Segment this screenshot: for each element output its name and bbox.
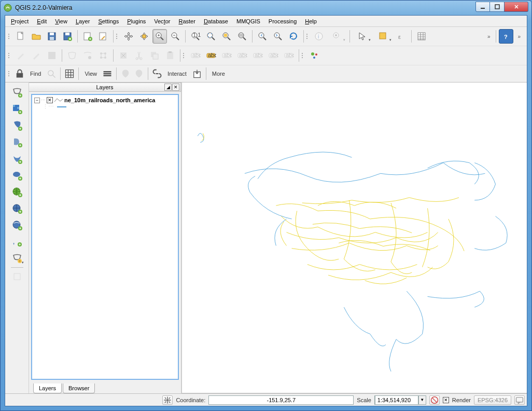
menu-processing[interactable]: Processing bbox=[265, 17, 300, 26]
layer-symbology-item[interactable]: ⋮⋯ bbox=[43, 103, 176, 110]
zoom-last-button[interactable] bbox=[255, 29, 270, 44]
move-feature-button[interactable] bbox=[80, 48, 95, 63]
zoom-in-button[interactable] bbox=[152, 29, 167, 44]
menu-raster[interactable]: Raster bbox=[175, 17, 199, 26]
refresh-button[interactable] bbox=[286, 29, 301, 44]
pan-button[interactable] bbox=[121, 29, 136, 44]
scale-combobox[interactable]: ▼ bbox=[374, 395, 426, 405]
render-checkbox[interactable]: ✕ bbox=[443, 397, 449, 403]
link-button[interactable] bbox=[151, 67, 163, 80]
save-project-button[interactable] bbox=[45, 29, 59, 44]
stop-rendering-button[interactable] bbox=[429, 395, 440, 405]
titlebar[interactable]: QGIS 2.2.0-Valmiera bbox=[1, 1, 531, 15]
more-label[interactable]: More bbox=[209, 71, 228, 77]
cut-features-button[interactable] bbox=[132, 48, 146, 63]
composer-manager-button[interactable] bbox=[96, 29, 110, 44]
minimize-button[interactable] bbox=[475, 2, 490, 12]
map-canvas[interactable] bbox=[181, 83, 527, 393]
zoom-out-button[interactable] bbox=[168, 29, 183, 44]
zoom-native-button[interactable]: 1:1 bbox=[188, 29, 203, 44]
label-move-button[interactable]: abc bbox=[266, 48, 281, 63]
toolbar-grip[interactable] bbox=[8, 30, 11, 43]
menu-view[interactable]: View bbox=[51, 17, 71, 26]
deselect-button[interactable] bbox=[373, 29, 393, 44]
interact-export-button[interactable] bbox=[191, 67, 203, 80]
tree-collapse-icon[interactable]: − bbox=[34, 98, 40, 103]
plugin-button[interactable] bbox=[307, 48, 321, 63]
toolbar-overflow-button[interactable]: » bbox=[484, 34, 494, 39]
menu-layer[interactable]: Layer bbox=[72, 17, 94, 26]
label-pin-button[interactable]: abc bbox=[235, 48, 249, 63]
menu-edit[interactable]: Edit bbox=[33, 17, 50, 26]
label-settings-button[interactable]: abc bbox=[204, 48, 218, 63]
save-edits-button[interactable] bbox=[45, 48, 59, 63]
label-highlight-button[interactable]: abc bbox=[219, 48, 234, 63]
identify-dropdown-button[interactable] bbox=[327, 29, 347, 44]
add-oracle-layer-button[interactable] bbox=[9, 168, 25, 183]
add-spatialite-layer-button[interactable] bbox=[9, 134, 25, 150]
pin-b-button[interactable] bbox=[133, 67, 145, 80]
expression-button[interactable]: ε bbox=[394, 29, 409, 44]
toolbar-grip[interactable] bbox=[306, 30, 310, 43]
menu-vector[interactable]: Vector bbox=[150, 17, 174, 26]
label-rotate-button[interactable]: abc bbox=[282, 48, 296, 63]
toolbar-grip[interactable] bbox=[116, 30, 119, 43]
copy-features-button[interactable] bbox=[147, 48, 162, 63]
zoom-to-selection-button[interactable] bbox=[219, 29, 234, 44]
open-attr-table-button[interactable] bbox=[414, 29, 429, 44]
toggle-editing-button[interactable] bbox=[29, 48, 44, 63]
open-project-button[interactable] bbox=[29, 29, 44, 44]
new-project-button[interactable] bbox=[13, 29, 28, 44]
layer-name[interactable]: ne_10m_railroads_north_america bbox=[64, 97, 155, 103]
current-edits-button[interactable] bbox=[13, 48, 28, 63]
menu-project[interactable]: Project bbox=[7, 17, 32, 26]
panel-undock-button[interactable]: ◢ bbox=[164, 84, 172, 91]
remove-layer-button[interactable] bbox=[9, 269, 25, 284]
zoom-next-button[interactable] bbox=[271, 29, 285, 44]
tab-browser[interactable]: Browser bbox=[63, 383, 95, 393]
toolbar-grip[interactable] bbox=[302, 49, 305, 62]
pan-to-selection-button[interactable] bbox=[137, 29, 151, 44]
toolbar-grip[interactable] bbox=[8, 67, 11, 80]
menu-settings[interactable]: Settings bbox=[94, 17, 122, 26]
add-wfs-layer-button[interactable] bbox=[9, 217, 25, 233]
menu-database[interactable]: Database bbox=[200, 17, 232, 26]
find-search-button[interactable] bbox=[45, 67, 58, 80]
add-feature-button[interactable] bbox=[65, 48, 79, 63]
new-print-composer-button[interactable] bbox=[80, 29, 95, 44]
delete-selected-button[interactable] bbox=[116, 48, 131, 63]
view-layers-button[interactable] bbox=[101, 67, 114, 80]
toolbar-overflow-button2[interactable]: » bbox=[514, 34, 524, 39]
add-wms-layer-button[interactable] bbox=[9, 184, 25, 200]
toggle-extents-button[interactable] bbox=[162, 395, 173, 405]
maximize-button[interactable] bbox=[490, 2, 505, 12]
layer-tree-item[interactable]: − ⋯ ✕ ne_10m_railroads_north_america bbox=[34, 97, 176, 103]
menu-plugins[interactable]: Plugins bbox=[123, 17, 149, 26]
tab-layers[interactable]: Layers bbox=[33, 383, 62, 393]
node-tool-button[interactable] bbox=[96, 48, 110, 63]
close-button[interactable] bbox=[505, 2, 528, 12]
messages-button[interactable] bbox=[514, 395, 525, 405]
add-raster-layer-button[interactable] bbox=[9, 101, 25, 117]
panel-close-button[interactable]: ✕ bbox=[172, 84, 179, 91]
coordinate-input[interactable] bbox=[208, 395, 354, 405]
add-mssql-layer-button[interactable] bbox=[9, 151, 25, 167]
zoom-to-layer-button[interactable] bbox=[235, 29, 249, 44]
help-button[interactable]: ? bbox=[499, 29, 513, 44]
pin-a-button[interactable] bbox=[119, 67, 132, 80]
add-wcs-layer-button[interactable] bbox=[9, 201, 25, 216]
menu-help[interactable]: Help bbox=[301, 17, 320, 26]
toolbar-grip[interactable] bbox=[8, 49, 11, 62]
lock-button[interactable] bbox=[13, 67, 26, 80]
add-delimited-text-button[interactable]: , bbox=[9, 234, 25, 250]
label-layer-button[interactable]: abc bbox=[188, 48, 203, 63]
add-vector-layer-button[interactable] bbox=[9, 85, 25, 100]
scale-dropdown-button[interactable]: ▼ bbox=[418, 396, 426, 404]
toolbar-grip[interactable] bbox=[183, 49, 186, 62]
label-show-button[interactable]: abc bbox=[250, 48, 265, 63]
grid-button[interactable] bbox=[63, 67, 76, 80]
identify-button[interactable]: i bbox=[312, 29, 326, 44]
layer-visibility-checkbox[interactable]: ✕ bbox=[47, 97, 53, 103]
zoom-full-button[interactable] bbox=[204, 29, 218, 44]
save-project-as-button[interactable] bbox=[60, 29, 75, 44]
